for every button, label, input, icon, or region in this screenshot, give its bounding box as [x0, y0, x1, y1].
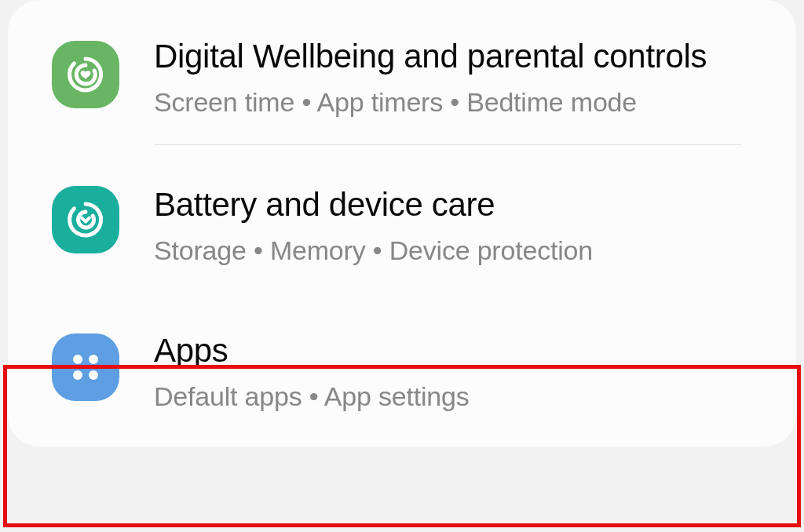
settings-list-card: Digital Wellbeing and parental controls …	[8, 0, 796, 446]
settings-item-text: Battery and device care Storage • Memory…	[119, 181, 752, 269]
settings-item-subtitle: Storage • Memory • Device protection	[154, 232, 752, 270]
settings-item-subtitle: Default apps • App settings	[154, 378, 752, 416]
settings-item-title: Apps	[154, 330, 752, 372]
settings-item-title: Digital Wellbeing and parental controls	[154, 36, 752, 78]
settings-item-subtitle: Screen time • App timers • Bedtime mode	[154, 84, 752, 122]
settings-item-text: Digital Wellbeing and parental controls …	[119, 36, 752, 121]
wellbeing-icon	[52, 41, 119, 108]
settings-item-title: Battery and device care	[154, 184, 752, 226]
settings-item-digital-wellbeing[interactable]: Digital Wellbeing and parental controls …	[8, 36, 796, 144]
settings-item-device-care[interactable]: Battery and device care Storage • Memory…	[8, 145, 796, 305]
device-care-icon	[52, 186, 119, 253]
apps-icon	[52, 333, 119, 401]
settings-item-text: Apps Default apps • App settings	[119, 329, 752, 415]
settings-item-apps[interactable]: Apps Default apps • App settings	[8, 305, 796, 423]
